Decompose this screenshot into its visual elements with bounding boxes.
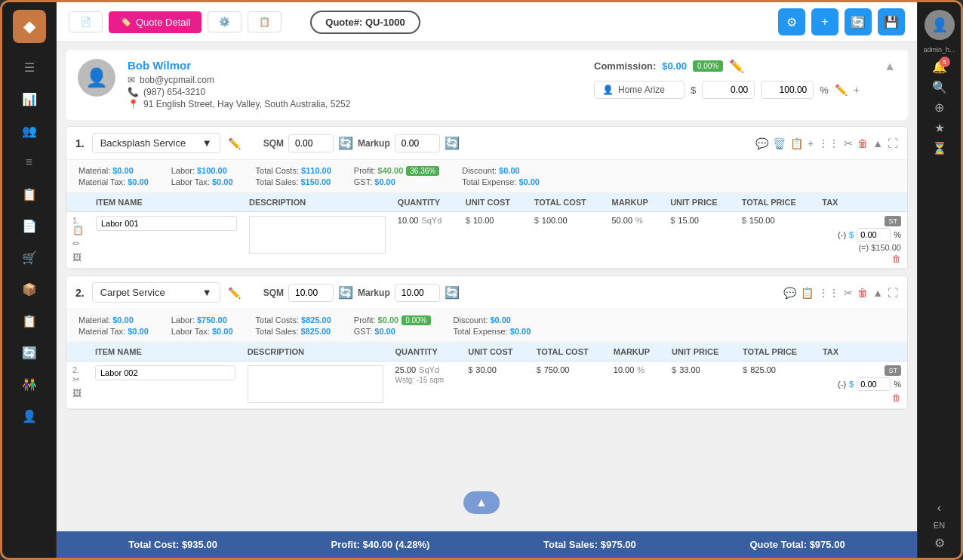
service-2-cut-icon[interactable]: ✂ <box>844 287 853 299</box>
tab-clipboard[interactable]: 📋 <box>248 11 282 32</box>
service-1-drag-icon[interactable]: ⋮⋮ <box>818 137 839 149</box>
hourglass-icon[interactable]: ⏳ <box>932 141 947 155</box>
scroll-up-button[interactable]: ▲ <box>463 491 500 514</box>
footer-total-cost-value: $935.00 <box>182 539 217 550</box>
sidebar-list-icon[interactable]: ≡ <box>16 149 43 176</box>
row-2-actions: 2. ✂ 🖼 <box>72 365 83 398</box>
service-2-edit-icon[interactable]: ✏️ <box>228 287 241 299</box>
sidebar-people-icon[interactable]: 👫 <box>16 371 43 398</box>
star-icon[interactable]: ★ <box>934 121 945 135</box>
service-2-labor-tax: Labor Tax: $0.00 <box>171 327 233 336</box>
row-2-wstg: Wstg: -15 sqm <box>395 376 457 384</box>
sidebar-quotes-icon[interactable]: 📄 <box>16 212 43 239</box>
row-1-unit-price-val: 15.00 <box>678 216 699 225</box>
service-2-sqm-input[interactable] <box>288 284 334 302</box>
row-1-qty-unit: SqYd <box>421 216 442 225</box>
row-1-total-cost-val: 100.00 <box>542 216 568 225</box>
service-2-copy-icon[interactable]: 📋 <box>801 287 814 299</box>
service-2-comment-icon[interactable]: 💬 <box>783 287 796 299</box>
tax-minus-1: (-) <box>838 230 846 239</box>
row-2-markup: 10.00 % <box>608 362 666 409</box>
commission-add-icon[interactable]: + <box>854 84 860 96</box>
service-1-material-stats: Material: $0.00 Material Tax: $0.00 <box>78 166 149 186</box>
item-name-input-1[interactable] <box>96 216 237 231</box>
commission-edit-icon[interactable]: ✏️ <box>729 59 744 73</box>
commission-pct-input[interactable] <box>761 81 814 99</box>
commission-edit2-icon[interactable]: ✏️ <box>835 84 848 96</box>
service-1-copy-icon[interactable]: 📋 <box>790 137 803 149</box>
commission-collapse-btn[interactable]: ▲ <box>884 60 896 73</box>
sidebar-menu-icon[interactable]: ☰ <box>16 54 43 81</box>
service-2-dropdown[interactable]: Carpet Service ▼ <box>92 282 220 303</box>
row-1-unit-cost: $ 10.00 <box>460 212 528 269</box>
sidebar-box-icon[interactable]: 📦 <box>16 275 43 303</box>
service-2-refresh-icon[interactable]: 🔄 <box>338 285 353 300</box>
chevron-left-icon[interactable]: ‹ <box>937 501 941 515</box>
service-1-markup-refresh[interactable]: 🔄 <box>445 136 460 150</box>
sidebar-cart-icon[interactable]: 🛒 <box>16 244 43 271</box>
service-1-sqm-input[interactable] <box>288 134 334 152</box>
service-1-dropdown[interactable]: Backsplash Service ▼ <box>92 133 220 153</box>
service-1-comment-icon[interactable]: 💬 <box>755 137 768 149</box>
row-2-desc <box>242 362 389 409</box>
service-2-material-tax: Material Tax: $0.00 <box>78 327 149 336</box>
service-1-markup-label: Markup <box>358 138 390 149</box>
row-image-icon[interactable]: 🖼 <box>72 252 84 263</box>
tax-dollar-1: $ <box>849 230 854 239</box>
scroll-area[interactable]: 👤 Bob Wilmor ✉ bob@ycpmail.com 📞 (987) 6… <box>57 42 917 531</box>
add-circle-icon[interactable]: ⊕ <box>934 100 944 115</box>
service-1-expand-icon[interactable]: ⛶ <box>888 137 898 149</box>
service-1-cut-icon[interactable]: ✂ <box>844 137 853 149</box>
service-2-total-expense: Total Expense: $0.00 <box>454 327 531 336</box>
sidebar-reports-icon[interactable]: 📋 <box>16 180 43 208</box>
row2-cut-icon[interactable]: ✂ <box>72 374 83 385</box>
tab-doc[interactable]: 📄 <box>69 11 103 32</box>
sidebar-transfer-icon[interactable]: 🔄 <box>16 339 43 366</box>
service-1-markup-input[interactable] <box>395 134 440 152</box>
commission-amount-input[interactable] <box>702 81 755 99</box>
row-copy-icon[interactable]: 📋 <box>72 225 84 235</box>
footer-total-sales: Total Sales: $975.00 <box>543 539 636 550</box>
tax-val-input-1[interactable] <box>857 228 891 242</box>
row2-image-icon[interactable]: 🖼 <box>72 388 83 398</box>
dollar-sign: $ <box>670 216 675 225</box>
row-2-desc-input[interactable] <box>248 365 383 403</box>
row-1-desc-input[interactable] <box>249 216 386 254</box>
service-2-collapse-icon[interactable]: ▲ <box>872 287 883 299</box>
sidebar-users-icon[interactable]: 👥 <box>16 117 43 144</box>
service-2-drag-icon[interactable]: ⋮⋮ <box>818 287 839 299</box>
service-1-collapse-icon[interactable]: ▲ <box>872 137 883 149</box>
sidebar-profile-icon[interactable]: 👤 <box>16 402 43 429</box>
service-1-add-icon[interactable]: + <box>808 137 814 149</box>
row-delete-icon-2[interactable]: 🗑 <box>892 392 901 403</box>
service-1-edit-icon[interactable]: ✏️ <box>228 137 241 149</box>
add-button[interactable]: + <box>811 8 838 35</box>
row-2-markup-val: 10.00 <box>614 365 635 374</box>
service-1-refresh-icon[interactable]: 🔄 <box>338 136 353 150</box>
tab-settings[interactable]: ⚙️ <box>208 11 242 32</box>
settings-button[interactable]: ⚙ <box>778 8 805 35</box>
notification-bell[interactable]: 🔔 5 <box>932 60 947 74</box>
commission-pct-symbol: % <box>820 85 829 96</box>
customer-address: 📍 91 English Street, Hay Valley, South A… <box>128 99 582 109</box>
service-1-delete-icon[interactable]: 🗑️ <box>773 137 786 149</box>
sidebar-notes-icon[interactable]: 📋 <box>16 307 43 334</box>
row-delete-icon-1[interactable]: 🗑 <box>892 254 901 264</box>
service-2-remove-icon[interactable]: 🗑 <box>857 287 868 299</box>
save-button[interactable]: 💾 <box>878 8 905 35</box>
refresh-button[interactable]: 🔄 <box>845 8 872 35</box>
search-icon[interactable]: 🔍 <box>932 80 947 94</box>
item-name-input-2[interactable] <box>95 365 235 380</box>
service-2-profit: Profit: $0.000.00% <box>354 315 431 325</box>
service-1-remove-icon[interactable]: 🗑 <box>857 137 868 149</box>
service-2-markup-refresh[interactable]: 🔄 <box>445 285 460 300</box>
tab-quote-detail[interactable]: 🏷️ Quote Detail <box>109 11 202 33</box>
gear-icon[interactable]: ⚙ <box>934 536 945 550</box>
footer-total-cost: Total Cost: $935.00 <box>128 539 217 550</box>
sidebar-dashboard-icon[interactable]: 📊 <box>16 85 43 112</box>
row-edit-icon[interactable]: ✏ <box>72 238 84 249</box>
service-2-expand-icon[interactable]: ⛶ <box>888 287 898 299</box>
service-2-markup-input[interactable] <box>395 284 440 302</box>
tax-val-input-2[interactable] <box>857 377 891 391</box>
row-2-total-cost-val: 750.00 <box>544 365 570 374</box>
